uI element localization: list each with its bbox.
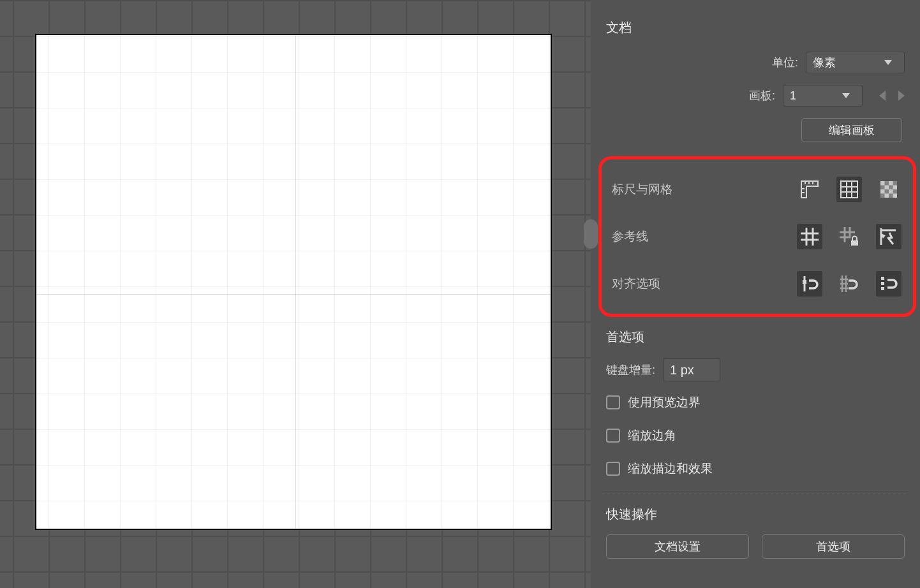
preview-bounds-checkbox[interactable]: 使用预览边界 bbox=[606, 394, 905, 411]
svg-rect-40 bbox=[881, 287, 884, 290]
artboard[interactable] bbox=[35, 34, 552, 530]
canvas-area[interactable] bbox=[0, 0, 591, 588]
ruler-toggle[interactable] bbox=[797, 177, 822, 202]
artboard-dropdown[interactable]: 1 bbox=[783, 85, 863, 107]
snap-grid-icon bbox=[840, 274, 859, 293]
scale-strokes-checkbox[interactable]: 缩放描边和效果 bbox=[606, 460, 905, 477]
svg-rect-39 bbox=[881, 282, 884, 285]
svg-rect-5 bbox=[841, 181, 857, 198]
unit-label: 单位: bbox=[772, 55, 798, 70]
snap-pixel-icon bbox=[879, 274, 898, 293]
snap-point-icon bbox=[800, 274, 819, 293]
chevron-down-icon bbox=[879, 60, 898, 65]
svg-rect-17 bbox=[885, 194, 889, 198]
svg-rect-11 bbox=[880, 181, 885, 186]
unit-value: 像素 bbox=[813, 55, 836, 70]
svg-rect-27 bbox=[851, 240, 858, 246]
svg-rect-12 bbox=[889, 181, 893, 186]
smart-guides-toggle[interactable] bbox=[876, 224, 901, 249]
scale-corners-checkbox[interactable]: 缩放边角 bbox=[606, 427, 905, 444]
grid-toggle[interactable] bbox=[836, 177, 862, 202]
unit-dropdown[interactable]: 像素 bbox=[806, 52, 905, 73]
svg-rect-32 bbox=[803, 280, 806, 284]
properties-panel: 文档 单位: 像素 画板: 1 编辑画板 标尺与网格 bbox=[591, 0, 920, 588]
next-artboard-button[interactable] bbox=[898, 91, 905, 101]
document-setup-button[interactable]: 文档设置 bbox=[606, 534, 749, 559]
checker-icon bbox=[880, 181, 897, 198]
snap-to-point-toggle[interactable] bbox=[797, 271, 822, 297]
checkbox-icon bbox=[606, 429, 620, 443]
section-title-document: 文档 bbox=[606, 19, 905, 36]
edit-artboard-button[interactable]: 编辑画板 bbox=[801, 118, 902, 142]
prev-artboard-button[interactable] bbox=[879, 91, 886, 101]
snap-label: 对齐选项 bbox=[612, 276, 660, 292]
chevron-down-icon bbox=[836, 93, 856, 98]
checkbox-icon bbox=[606, 395, 620, 409]
svg-rect-13 bbox=[885, 186, 889, 190]
checkbox-icon bbox=[606, 462, 620, 476]
svg-rect-18 bbox=[893, 194, 898, 198]
artboard-value: 1 bbox=[790, 89, 796, 103]
keyboard-increment-label: 键盘增量: bbox=[606, 362, 655, 378]
grid-icon bbox=[840, 180, 858, 198]
panel-resize-handle[interactable] bbox=[584, 219, 598, 249]
rulers-guides-snap-group: 标尺与网格 bbox=[598, 156, 916, 317]
guides-label: 参考线 bbox=[612, 228, 648, 245]
artboard-label: 画板: bbox=[749, 88, 775, 103]
guides-visibility-toggle[interactable] bbox=[797, 224, 822, 249]
snap-to-pixel-toggle[interactable] bbox=[876, 271, 901, 297]
preferences-button[interactable]: 首选项 bbox=[762, 534, 905, 559]
ruler-icon bbox=[800, 180, 819, 199]
svg-rect-15 bbox=[880, 189, 885, 194]
section-divider bbox=[602, 494, 909, 494]
keyboard-increment-input[interactable]: 1 px bbox=[663, 358, 720, 381]
svg-rect-38 bbox=[881, 277, 884, 280]
svg-rect-14 bbox=[893, 186, 898, 190]
section-title-quick: 快速操作 bbox=[606, 506, 905, 523]
section-title-preferences: 首选项 bbox=[606, 328, 905, 346]
guides-toggle-icon bbox=[801, 228, 819, 246]
svg-rect-16 bbox=[889, 189, 893, 194]
guides-lock-icon bbox=[840, 227, 859, 246]
smart-guides-icon bbox=[879, 227, 898, 246]
rulers-grid-label: 标尺与网格 bbox=[612, 181, 672, 198]
transparency-grid-toggle[interactable] bbox=[876, 177, 901, 202]
guides-lock-toggle[interactable] bbox=[836, 224, 862, 249]
snap-to-grid-toggle[interactable] bbox=[836, 271, 862, 297]
